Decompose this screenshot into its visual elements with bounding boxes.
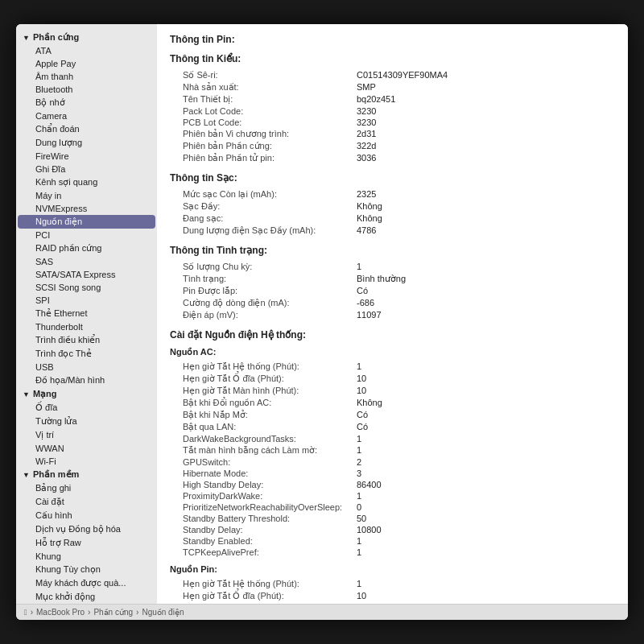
sidebar-item-dung-lượng[interactable]: Dung lượng — [18, 136, 155, 150]
row-label: Số lượng Chu kỳ: — [170, 261, 355, 273]
section-title: Thông tin Tình trạng: — [170, 245, 615, 256]
row-value: 1 — [355, 361, 615, 373]
row-label: Điện áp (mV): — [170, 309, 355, 321]
row-label: ProximityDarkWake: — [170, 490, 355, 502]
table-row: Bật khi Nắp Mở:Có — [170, 409, 615, 421]
sidebar-item-ghi-đĩa[interactable]: Ghi Đĩa — [18, 163, 155, 175]
sidebar-item-thunderbolt[interactable]: Thunderbolt — [18, 320, 155, 333]
sidebar-item-bluetooth[interactable]: Bluetooth — [18, 83, 155, 96]
sidebar-item-wwan[interactable]: WWAN — [18, 442, 155, 455]
row-value: Có — [355, 285, 615, 297]
row-value: 1 — [355, 547, 615, 558]
table-row: Tên Thiết bị:bq20z451 — [170, 93, 615, 105]
table-row: Hẹn giờ Tắt Màn hình (Phút):10 — [170, 385, 615, 397]
triangle-icon: ▼ — [23, 390, 30, 398]
sidebar-item-âm-thanh[interactable]: Âm thanh — [18, 70, 155, 83]
row-value: 1 — [355, 261, 615, 273]
row-label: Tắt màn hình bằng cách Làm mờ: — [170, 444, 355, 456]
sidebar-item-mục-khởi-động[interactable]: Mục khởi động — [18, 590, 155, 604]
sidebar-item-cài-đặt[interactable]: Cài đặt — [18, 495, 155, 509]
table-row: Điện áp (mV):11097 — [170, 309, 615, 321]
row-label: Pin Được lắp: — [170, 285, 355, 297]
sidebar-item-ổ-đĩa[interactable]: Ổ đĩa — [18, 401, 155, 415]
table-row: Mức sạc Còn lại (mAh):2325 — [170, 188, 615, 200]
row-value: 4786 — [355, 225, 615, 237]
row-label: Dung lượng điện Sạc Đầy (mAh): — [170, 225, 355, 237]
table-row: Pin Được lắp:Có — [170, 285, 615, 297]
sidebar-group-Phần mềm[interactable]: ▼Phần mềm — [16, 468, 157, 481]
sidebar-item-trình-điều-khiển[interactable]: Trình điều khiển — [18, 333, 155, 347]
sidebar-item-raid-phần-cứng[interactable]: RAID phần cứng — [18, 242, 155, 255]
sidebar-item-firewire[interactable]: FireWire — [18, 150, 155, 163]
sidebar-item-sata/sata-express[interactable]: SATA/SATA Express — [18, 268, 155, 281]
section-title: Cài đặt Nguồn điện Hệ thống: — [170, 329, 615, 341]
row-label: PrioritizeNetworkReachabilityOverSleep: — [170, 502, 355, 513]
table-row: ProximityDarkWake:1 — [170, 490, 615, 502]
sidebar-item-spi[interactable]: SPI — [18, 294, 155, 307]
table-row: Hẹn giờ Tắt Ổ đĩa (Phút):10 — [170, 373, 615, 385]
row-value: Bình thường — [355, 273, 615, 285]
sidebar-item-cấu-hình[interactable]: Cấu hình — [18, 509, 155, 522]
sidebar-item-scsi-song-song[interactable]: SCSI Song song — [18, 281, 155, 294]
sidebar-item-camera[interactable]: Camera — [18, 109, 155, 122]
sidebar-item-dịch-vụ-đồng-bộ-hóa[interactable]: Dịch vụ Đồng bộ hóa — [18, 522, 155, 536]
row-value: 2d31 — [355, 128, 615, 140]
sidebar-item-khung-tùy-chọn[interactable]: Khung Tùy chọn — [18, 563, 155, 576]
info-table: Số lượng Chu kỳ:1Tình trạng:Bình thườngP… — [170, 261, 615, 321]
row-value: 1 — [355, 433, 615, 444]
row-label: Hẹn giờ Tắt Màn hình (Phút): — [170, 385, 355, 397]
info-table: Hẹn giờ Tắt Hệ thống (Phút):1Hẹn giờ Tắt… — [170, 578, 615, 604]
table-row: Nhà sản xuất:SMP — [170, 81, 615, 93]
table-row: Standby Battery Threshold:50 — [170, 513, 615, 524]
sidebar-item-khung[interactable]: Khung — [18, 550, 155, 563]
row-label: Phiên bản Phần tử pin: — [170, 152, 355, 164]
row-label: Sạc Đầy: — [170, 200, 355, 213]
sidebar-group-Phần cứng[interactable]: ▼Phần cứng — [16, 31, 157, 44]
row-label: DarkWakeBackgroundTasks: — [170, 433, 355, 444]
sidebar-item-hỗ-trợ-raw[interactable]: Hỗ trợ Raw — [18, 536, 155, 550]
sidebar-item-apple-pay[interactable]: Apple Pay — [18, 57, 155, 70]
main-content: Thông tin Pin:Thông tin Kiểu:Số Sê-ri:C0… — [157, 24, 628, 604]
sidebar-item-chẩn-đoán[interactable]: Chẩn đoán — [18, 122, 155, 136]
table-row: Sạc Đầy:Không — [170, 200, 615, 213]
row-label: Tình trạng: — [170, 273, 355, 285]
sidebar-item-bộ-nhớ[interactable]: Bộ nhớ — [18, 96, 155, 109]
table-row: Hẹn giờ Tắt Ổ đĩa (Phút):10 — [170, 590, 615, 602]
row-value: 10 — [355, 385, 615, 397]
sidebar-item-tường-lửa[interactable]: Tường lửa — [18, 415, 155, 428]
breadcrumb-macbook: MacBook Pro — [36, 608, 85, 617]
sidebar-item-máy-in[interactable]: Máy in — [18, 189, 155, 202]
sidebar-item-vị-trí[interactable]: Vị trí — [18, 428, 155, 442]
sidebar-item-wi-fi[interactable]: Wi-Fi — [18, 455, 155, 468]
row-value: 86400 — [355, 479, 615, 490]
row-label: Phiên bản Phần cứng: — [170, 140, 355, 152]
sidebar-item-kênh-sợi-quang[interactable]: Kênh sợi quang — [18, 175, 155, 189]
row-label: High Standby Delay: — [170, 479, 355, 490]
sidebar-item-ata[interactable]: ATA — [18, 44, 155, 57]
sidebar-item-pci[interactable]: PCI — [18, 229, 155, 242]
row-value: 2 — [355, 456, 615, 468]
sidebar-item-nvmexpress[interactable]: NVMExpress — [18, 202, 155, 215]
section-title: Thông tin Sạc: — [170, 172, 615, 184]
sidebar[interactable]: ▼Phần cứngATAApple PayÂm thanhBluetoothB… — [16, 24, 157, 604]
sidebar-item-nguồn-điện[interactable]: Nguồn điện — [18, 215, 155, 229]
sidebar-item-sas[interactable]: SAS — [18, 255, 155, 268]
sidebar-group-Mạng[interactable]: ▼Mạng — [16, 387, 157, 401]
row-value: Có — [355, 421, 615, 433]
apple-icon:  — [24, 608, 27, 617]
sidebar-item-máy-khách-được-quà...[interactable]: Máy khách được quà... — [18, 576, 155, 590]
table-row: Standby Enabled:1 — [170, 535, 615, 547]
row-label: Hẹn giờ Tắt Hệ thống (Phút): — [170, 361, 355, 373]
sidebar-item-trình-đọc-thẻ[interactable]: Trình đọc Thẻ — [18, 347, 155, 361]
sidebar-item-thẻ-ethernet[interactable]: Thẻ Ethernet — [18, 307, 155, 320]
sidebar-item-usb[interactable]: USB — [18, 361, 155, 374]
row-label: Standby Enabled: — [170, 535, 355, 547]
row-value: 50 — [355, 513, 615, 524]
row-label: Hẹn giờ Tắt Hệ thống (Phút): — [170, 578, 355, 590]
info-table: Số Sê-ri:C01514309YEF90MA4Nhà sản xuất:S… — [170, 69, 615, 164]
sidebar-item-bảng-ghi[interactable]: Bảng ghi — [18, 481, 155, 495]
row-value: 322d — [355, 140, 615, 152]
window-body: ▼Phần cứngATAApple PayÂm thanhBluetoothB… — [16, 24, 628, 604]
triangle-icon: ▼ — [23, 471, 30, 479]
sidebar-item-đồ-họa/màn-hình[interactable]: Đồ họa/Màn hình — [18, 374, 155, 387]
